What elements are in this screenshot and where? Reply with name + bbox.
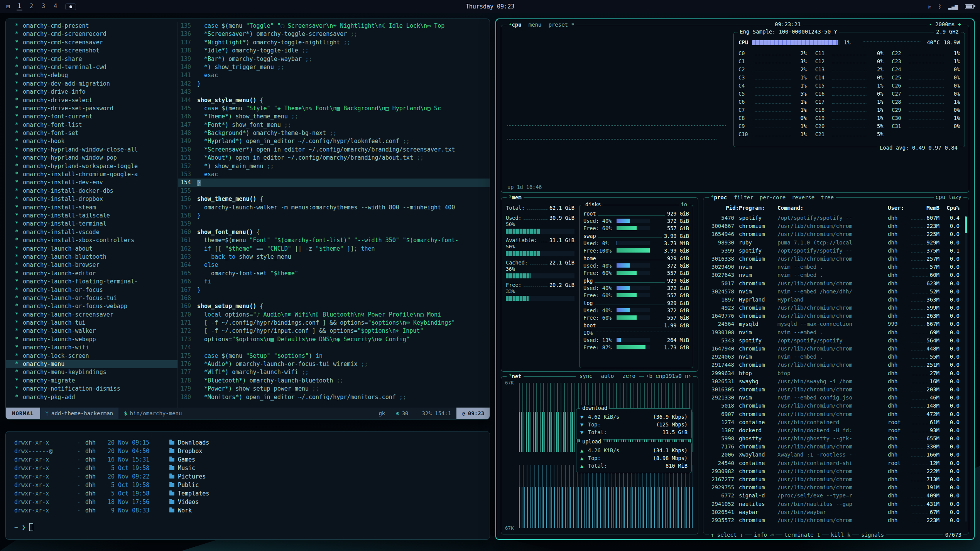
process-row[interactable]: 5998 ghostty /usr/bin/ghostty --gtk- dhh… [708, 435, 964, 443]
workspace-button[interactable]: 4 [52, 3, 58, 10]
footer-action[interactable]: ↑ select ↓ [709, 532, 745, 538]
signal-icon[interactable]: ▂▄▆ [948, 3, 958, 10]
file-item[interactable]: * omarchy-hyprland-workspace-toggle [6, 162, 177, 170]
net-button[interactable]: sync [578, 373, 595, 379]
file-item[interactable]: * omarchy-dev-add-migration [6, 80, 177, 88]
file-item[interactable]: * omarchy-install-vscode [6, 228, 177, 236]
process-row[interactable]: 3016305 chromium /usr/lib/chromium/chrom… [708, 386, 964, 394]
terminal-prompt[interactable]: ~ ❯ [14, 523, 481, 531]
process-row[interactable]: 1649776 chromium /usr/lib/chromium/chrom… [708, 312, 964, 320]
process-row[interactable]: 3029490 nvim nvim --embed . dhh 57M 0.0 [708, 263, 964, 271]
footer-action[interactable]: kill k [829, 532, 853, 538]
file-item[interactable]: * omarchy-launch-tui [6, 319, 177, 327]
net-button[interactable]: auto [599, 373, 616, 379]
file-item[interactable]: * omarchy-launch-or-focus-webapp [6, 302, 177, 310]
process-row[interactable]: 7176 chromium /usr/lib/chromium/chrom dh… [708, 443, 964, 451]
process-row[interactable]: 2006 Xwayland Xwayland :1 -rootless - dh… [708, 451, 964, 459]
workspace-button[interactable]: 3 [41, 3, 46, 10]
file-item[interactable]: * omarchy-drive-info [6, 88, 177, 96]
file-item[interactable]: * omarchy-cmd-present [6, 22, 177, 30]
file-item[interactable]: * omarchy-drive-select [6, 96, 177, 104]
process-row[interactable]: 1930108 nvim nvim --embed . dhh 69M 0.0 [708, 329, 964, 337]
preset-button[interactable]: preset * [548, 21, 574, 29]
file-item[interactable]: * omarchy-install-docker-dbs [6, 187, 177, 195]
process-row[interactable]: 2917448 chromium /usr/lib/chromium/chrom… [708, 361, 964, 369]
file-item[interactable]: * omarchy-font-set [6, 129, 177, 137]
file-item[interactable]: * omarchy-cmd-share [6, 55, 177, 63]
file-item[interactable]: * omarchy-cmd-screensaver [6, 39, 177, 47]
process-row[interactable]: 1897 Hyprland Hyprland dhh 363M 0.0 [708, 296, 964, 304]
process-row[interactable]: 3027643 nvim nvim --embed . dhh 60M 0.0 [708, 271, 964, 279]
file-item[interactable]: * omarchy-launch-wifi [6, 344, 177, 352]
file-item[interactable]: * omarchy-debug [6, 71, 177, 79]
file-item[interactable]: * omarchy-install-dropbox [6, 195, 177, 203]
file-item[interactable]: * omarchy-install-terminal [6, 220, 177, 228]
screen-record-indicator[interactable] [65, 3, 76, 10]
code-editor[interactable]: 135 case $(menu "Toggle" "▢ Screensaver\… [178, 22, 490, 408]
process-row[interactable]: 2167277 chromium /usr/lib/chromium/chrom… [708, 475, 964, 484]
menu-button[interactable]: menu [529, 21, 542, 29]
file-item[interactable]: * omarchy-launch-bluetooth [6, 253, 177, 261]
proc-button[interactable]: tree [821, 194, 834, 201]
file-item[interactable]: * omarchy-launch-or-focus [6, 286, 177, 294]
process-row[interactable]: 2941052 nautilus /usr/bin/nautilus --gap… [708, 500, 964, 508]
process-row[interactable]: 98930 ruby puma 7.1.0 (tcp://local dhh 9… [708, 239, 964, 247]
process-row[interactable]: 1307 dockerd /usr/bin/dockerd -H fd: roo… [708, 426, 964, 435]
process-row[interactable]: 2935572 chromium /usr/lib/chromium/chrom… [708, 516, 964, 524]
file-item[interactable]: * omarchy-cmd-terminal-cwd [6, 63, 177, 71]
file-item[interactable]: * omarchy-launch-walker [6, 327, 177, 335]
footer-action[interactable]: info ⏎ [752, 532, 776, 538]
file-item[interactable]: * omarchy-pkg-add [6, 393, 177, 401]
file-item[interactable]: * omarchy-menu-keybindings [6, 368, 177, 376]
net-button[interactable]: zero [620, 373, 637, 379]
process-row[interactable]: 2921330 nvim nvim --embed config.jso dhh… [708, 394, 964, 402]
workspace-button[interactable]: 1 [17, 3, 22, 10]
interval-minus-button[interactable]: - [929, 21, 932, 27]
process-row[interactable]: 2924063 nvim nvim --embed . dhh 55M 0.0 [708, 353, 964, 361]
file-item[interactable]: * omarchy-cmd-screenrecord [6, 30, 177, 38]
process-row[interactable]: 3016338 chromium /usr/lib/chromium/chrom… [708, 255, 964, 263]
footer-action[interactable]: terminate t [782, 532, 822, 538]
process-row[interactable]: 6907 chromium /usr/lib/chromium/chrom dh… [708, 410, 964, 418]
file-item[interactable]: * omarchy-notification-dismiss [6, 385, 177, 393]
process-row[interactable]: 1274 containe /usr/bin/containerd root 6… [708, 418, 964, 426]
proc-button[interactable]: per-core [760, 194, 786, 201]
process-row[interactable]: 2999634 btop btop dhh 27M 0.0 [708, 369, 964, 377]
process-row[interactable]: 5017 chromium /usr/lib/chromium/chrom dh… [708, 280, 964, 288]
process-row[interactable]: 1654946 chromium /usr/lib/chromium/chrom… [708, 230, 964, 238]
process-row[interactable]: 5018 chromium /usr/lib/chromium/chrom dh… [708, 402, 964, 410]
file-list[interactable]: * omarchy-cmd-present * omarchy-cmd-scre… [6, 22, 178, 408]
file-item[interactable]: * omarchy-launch-webapp [6, 335, 177, 344]
proc-button[interactable]: reverse [792, 194, 814, 201]
file-item[interactable]: * omarchy-hook [6, 137, 177, 145]
file-item[interactable]: * omarchy-launch-browser [6, 261, 177, 269]
process-row[interactable]: 6772 signal-d /proc/self/exe --type=r dh… [708, 492, 964, 500]
file-item[interactable]: * omarchy-cmd-screenshot [6, 47, 177, 55]
file-item[interactable]: * omarchy-install-chromium-google-a [6, 170, 177, 179]
process-row[interactable]: 3004667 chromium /usr/lib/chromium/chrom… [708, 222, 964, 230]
bluetooth-icon[interactable]: ᛒ [938, 3, 941, 10]
file-item[interactable]: * omarchy-hyprland-window-pop [6, 154, 177, 162]
file-item[interactable]: * omarchy-launch-floating-terminal- [6, 278, 177, 286]
process-row[interactable]: 3026531 swaybg /usr/bin/swaybg -i /hom d… [708, 377, 964, 386]
file-item[interactable]: * omarchy-font-list [6, 121, 177, 129]
file-item[interactable]: * omarchy-hyprland-window-close-all [6, 146, 177, 154]
interface-selector[interactable]: ‹b enp191s0 n› [644, 373, 693, 379]
battery-icon[interactable] [965, 4, 974, 9]
process-header[interactable]: Pid: Program: Command: User: MemB Cpu% [708, 205, 964, 214]
file-item[interactable]: * omarchy-launch-screensaver [6, 311, 177, 319]
process-row[interactable]: 5470 spotify /opt/spotify/spotify -- dhh… [708, 214, 964, 222]
file-item[interactable]: * omarchy-migrate [6, 377, 177, 385]
process-row[interactable]: 24564 mysqld mysqld --max-connection 999… [708, 320, 964, 328]
file-item[interactable]: * omarchy-launch-about [6, 245, 177, 253]
process-row[interactable]: 2929755 chromium /usr/lib/chromium/chrom… [708, 484, 964, 492]
io-button[interactable]: io [679, 201, 689, 207]
process-scrollbar[interactable] [965, 216, 967, 522]
network-icon[interactable]: ⇵ [928, 3, 931, 10]
process-row[interactable]: 3024578 nvim nvim --embed /home/dhh/ dhh… [708, 288, 964, 296]
file-item[interactable]: * omarchy-launch-editor [6, 270, 177, 278]
file-item[interactable]: * omarchy-install-dev-env [6, 179, 177, 187]
footer-action[interactable]: signals [859, 532, 886, 538]
apps-icon[interactable]: ⊞ [6, 3, 10, 10]
interval-plus-button[interactable]: + [958, 21, 961, 27]
